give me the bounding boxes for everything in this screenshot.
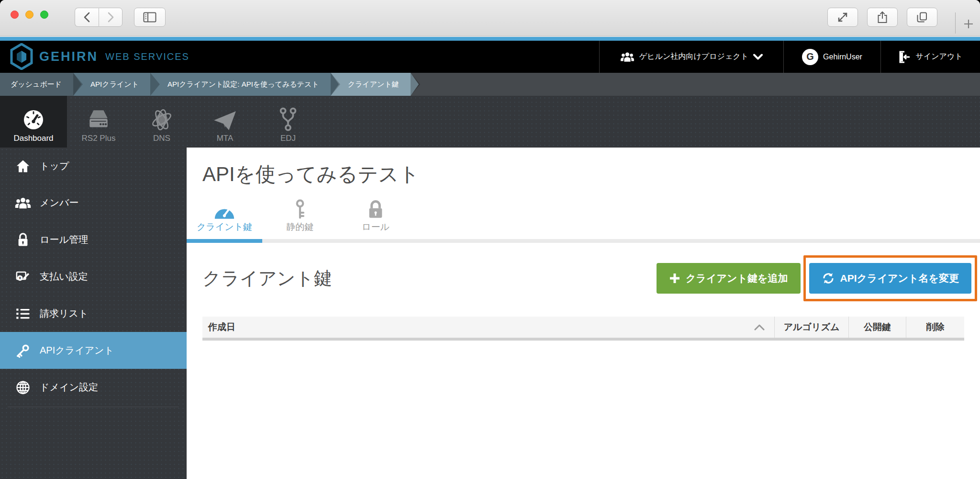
plus-icon (963, 19, 974, 29)
forward-button[interactable] (99, 8, 122, 27)
tabs-overview-icon (916, 11, 928, 23)
tab-label: クライント鍵 (197, 221, 252, 233)
service-switcher: Dashboard RS2 Plus DNS MTA EDJ (0, 96, 980, 148)
minimize-window-button[interactable] (25, 11, 33, 19)
sidebar-item-top[interactable]: トップ (0, 148, 187, 184)
sidebar-item-label: ドメイン設定 (40, 381, 98, 394)
sidebar-item-label: トップ (40, 160, 69, 172)
rename-api-client-button[interactable]: APIクライアント名を変更 (809, 263, 971, 294)
chevron-right-icon (107, 12, 114, 23)
users-icon (620, 52, 635, 62)
zoom-window-button[interactable] (40, 11, 48, 19)
column-header-created[interactable]: 作成日 (202, 317, 774, 338)
payment-icon: ¥ (14, 270, 32, 284)
action-highlight-box: APIクライアント名を変更 (803, 255, 977, 301)
tab-client-keys[interactable]: クライント鍵 (187, 198, 262, 243)
sidebar-toggle-button[interactable] (134, 8, 166, 27)
service-tab-dashboard[interactable]: Dashboard (0, 96, 67, 148)
tab-static-keys[interactable]: 静的鍵 (262, 198, 338, 239)
service-tab-edj[interactable]: EDJ (256, 96, 320, 148)
service-tab-label: DNS (153, 134, 170, 143)
service-tab-mta[interactable]: MTA (193, 96, 256, 148)
section-title: クライアント鍵 (202, 266, 657, 291)
users-icon (14, 197, 32, 209)
project-selector-label: ゲヒルン社内向けプロジェクト (639, 52, 748, 62)
breadcrumb-api-client-settings[interactable]: APIクライアント設定: APIを使ってみるテスト (150, 73, 331, 96)
atom-icon (150, 106, 173, 131)
column-header-public-key[interactable]: 公開鍵 (848, 317, 906, 338)
column-header-delete[interactable]: 削除 (906, 317, 964, 338)
share-button[interactable] (867, 8, 898, 27)
logo-secondary-text: WEB SERVICES (105, 51, 189, 62)
client-keys-table: 作成日 アルゴリズム 公開鍵 削除 (202, 317, 964, 341)
signout-door-icon (898, 51, 911, 63)
sidebar-item-invoices[interactable]: 請求リスト (0, 295, 187, 332)
sidebar-item-label: 請求リスト (40, 307, 88, 320)
add-client-key-button[interactable]: クライアント鍵を追加 (657, 263, 800, 294)
app-header: GEHIRN WEB SERVICES ゲヒルン社内向けプロジェクト G Geh… (0, 41, 980, 73)
tab-label: 静的鍵 (287, 221, 314, 233)
service-tab-rs2plus[interactable]: RS2 Plus (67, 96, 130, 148)
plus-icon (669, 273, 680, 284)
browser-window: GEHIRN WEB SERVICES ゲヒルン社内向けプロジェクト G Geh… (0, 0, 980, 479)
expand-arrows-icon (837, 11, 848, 23)
section-header: クライアント鍵 クライアント鍵を追加 APIクライアント名を変更 (202, 255, 977, 301)
breadcrumb-client-keys[interactable]: クライアント鍵 (331, 73, 411, 96)
user-avatar: G (802, 49, 818, 65)
hexagon-logo-icon (10, 43, 33, 70)
sort-ascending-icon[interactable] (754, 324, 765, 331)
sidebar-item-payment[interactable]: ¥ 支払い設定 (0, 258, 187, 295)
chevron-down-icon (753, 54, 763, 60)
page-title: APIを使ってみるテスト (202, 161, 964, 188)
rename-api-client-label: APIクライアント名を変更 (840, 272, 959, 285)
gehirn-logo[interactable]: GEHIRN WEB SERVICES (10, 43, 189, 70)
sidebar: トップ メンバー ロール管理 ¥ 支払い設定 請求リスト APIクライアント ド… (0, 148, 187, 479)
gauge-icon (214, 198, 235, 219)
sidebar-divider (8, 407, 179, 407)
key-icon (294, 198, 306, 219)
tab-roles[interactable]: ロール (338, 198, 413, 239)
signout-button[interactable]: サインアウト (880, 41, 980, 73)
gauge-icon (22, 106, 45, 131)
refresh-icon (822, 272, 835, 285)
key-icon (14, 343, 32, 358)
main-content: APIを使ってみるテスト クライント鍵 静的鍵 ロール (187, 148, 980, 479)
back-button[interactable] (75, 8, 99, 27)
share-icon (877, 11, 888, 23)
sidebar-item-domains[interactable]: ドメイン設定 (0, 369, 187, 406)
sidebar-item-members[interactable]: メンバー (0, 184, 187, 221)
sidebar-item-label: ロール管理 (40, 233, 88, 246)
service-tab-label: EDJ (280, 134, 296, 143)
list-icon (14, 308, 32, 320)
close-window-button[interactable] (11, 11, 19, 19)
traffic-lights (11, 11, 48, 19)
git-branch-icon (278, 106, 298, 131)
breadcrumb-api-clients[interactable]: APIクライント (73, 73, 150, 96)
breadcrumb: ダッシュボード APIクライント APIクライアント設定: APIを使ってみるテ… (0, 73, 980, 96)
service-tab-label: Dashboard (13, 134, 53, 143)
server-icon (87, 106, 111, 131)
project-selector[interactable]: ゲヒルン社内向けプロジェクト (599, 41, 783, 73)
username-label: GehirnUser (823, 53, 862, 61)
svg-text:¥: ¥ (19, 276, 21, 280)
user-menu[interactable]: G GehirnUser (783, 41, 880, 73)
globe-icon (14, 380, 32, 395)
home-icon (14, 159, 32, 173)
logo-primary-text: GEHIRN (39, 49, 98, 64)
browser-toolbar (0, 0, 980, 36)
sidebar-item-roles[interactable]: ロール管理 (0, 221, 187, 258)
column-header-algorithm[interactable]: アルゴリズム (774, 317, 848, 338)
service-tab-dns[interactable]: DNS (130, 96, 193, 148)
sidebar-panel-icon (143, 12, 156, 23)
page-accent-bar (0, 37, 980, 41)
breadcrumb-dashboard[interactable]: ダッシュボード (0, 73, 73, 96)
sidebar-item-label: APIクライアント (40, 344, 114, 357)
fullscreen-button[interactable] (827, 8, 858, 27)
show-tabs-button[interactable] (907, 8, 937, 27)
sidebar-item-api-clients[interactable]: APIクライアント (0, 332, 187, 369)
sidebar-item-label: メンバー (40, 196, 78, 209)
sidebar-item-label: 支払い設定 (40, 270, 88, 283)
add-client-key-label: クライアント鍵を追加 (686, 272, 788, 285)
new-tab-button[interactable] (959, 14, 978, 34)
table-header-row: 作成日 アルゴリズム 公開鍵 削除 (202, 317, 964, 341)
